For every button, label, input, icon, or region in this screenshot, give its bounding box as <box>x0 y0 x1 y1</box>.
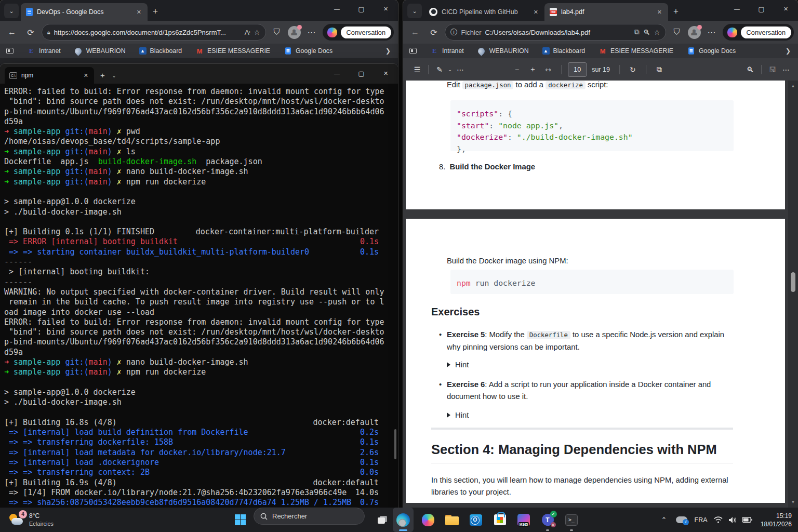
taskbar-clock[interactable]: 15:19 18/01/2026 <box>752 508 797 532</box>
tab-lab4-pdf[interactable]: lab4.pdf ✕ <box>544 3 668 21</box>
minimize-button[interactable]: — <box>325 0 349 18</box>
back-icon[interactable]: ← <box>407 24 423 40</box>
profile-avatar[interactable]: 👤︎ <box>688 26 701 39</box>
zoom-page-icon[interactable]: 🔍︎ <box>643 29 650 36</box>
settings-menu-icon[interactable]: ⋯ <box>704 24 720 40</box>
bookmarks-overflow-chevron-icon[interactable]: ❯ <box>385 47 391 55</box>
minimize-button[interactable]: — <box>725 0 749 18</box>
taskbar-m365-button[interactable]: M365 <box>513 508 534 532</box>
bookmark-google-docs[interactable]: Google Docs <box>687 47 736 55</box>
settings-menu-icon[interactable]: ⋯ <box>304 24 320 40</box>
scroll-up-icon[interactable]: ▲ <box>788 84 798 88</box>
tab-close-icon[interactable]: ✕ <box>136 9 142 16</box>
taskbar-copilot-button[interactable] <box>418 508 438 532</box>
tray-language-button[interactable]: FRA <box>692 508 710 532</box>
pdf-zoom-in-icon[interactable]: ＋ <box>526 63 539 76</box>
read-aloud-icon[interactable]: Aᵎ <box>245 29 250 36</box>
bookmark-blackboard[interactable]: ▲ Blackboard <box>542 47 586 55</box>
terminal-output[interactable]: ERROR: failed to build: Error response f… <box>0 84 398 508</box>
bookmarks-overflow-chevron-icon[interactable]: ❯ <box>786 47 791 55</box>
bookmark-blackboard[interactable]: ▲ Blackboard <box>139 47 182 55</box>
tray-expand-button[interactable]: ⌃ <box>657 508 671 532</box>
refresh-icon[interactable]: ⟳ <box>23 24 38 40</box>
tab-devops-google-docs[interactable]: DevOps - Google Docs ✕ <box>21 3 148 21</box>
new-tab-button[interactable]: + <box>673 6 679 17</box>
terminal-new-tab-button[interactable]: + <box>100 71 105 79</box>
terminal-titlebar[interactable]: C:\ npm ✕ + ⌄ — ▢ ✕ <box>0 64 398 84</box>
bookmark-esiee-messagerie[interactable]: M ESIEE MESSAGERIE <box>598 47 673 55</box>
url-text[interactable]: https://docs.google.com/document/d/1ps6z… <box>54 29 241 36</box>
bookmark-intranet[interactable]: E Intranet <box>430 47 464 55</box>
refresh-icon[interactable]: ⟳ <box>426 24 442 40</box>
pdf-save-icon[interactable]: 🖫 <box>766 63 779 76</box>
pdf-more-icon[interactable]: ⋯ <box>779 63 793 76</box>
pdf-page-input[interactable]: 10 <box>568 62 587 77</box>
pdf-hint-toggle[interactable]: Hint <box>447 409 469 421</box>
sidebar-apps-icon[interactable] <box>409 48 417 54</box>
favorite-star-icon[interactable]: ☆ <box>254 28 260 36</box>
terminal-maximize-button[interactable]: ▢ <box>349 64 374 83</box>
pdf-rotate-icon[interactable]: ↻ <box>626 63 640 76</box>
maximize-button[interactable]: ▢ <box>749 0 774 18</box>
pdf-zoom-out-icon[interactable]: − <box>510 63 524 76</box>
scroll-down-icon[interactable]: ▼ <box>788 500 798 504</box>
new-tab-button[interactable]: + <box>153 6 158 17</box>
sidebar-apps-icon[interactable] <box>6 48 14 54</box>
pdf-scrollbar[interactable]: ▲ ▼ <box>788 81 798 508</box>
pdf-hint-toggle[interactable]: Hint <box>447 359 469 371</box>
url-text[interactable]: C:/Users/oisas/Downloads/lab4.pdf <box>485 29 631 36</box>
collections-icon[interactable]: ⛉ <box>269 24 285 40</box>
tray-onedrive-button[interactable] <box>671 508 692 532</box>
bookmark-esiee-messagerie[interactable]: M ESIEE MESSAGERIE <box>195 47 270 55</box>
profile-avatar[interactable]: 👤︎ <box>288 26 301 39</box>
taskbar-search[interactable]: Rechercher <box>254 508 365 525</box>
taskbar-teams-button[interactable]: T ✓ A <box>537 508 558 532</box>
back-icon[interactable]: ← <box>4 24 20 40</box>
translate-icon[interactable]: ⧉ <box>634 28 640 36</box>
tab-search-chevron-icon[interactable]: ⌄ <box>4 4 19 18</box>
pdf-search-icon[interactable]: 🔍︎ <box>743 63 757 76</box>
terminal-tab-close-icon[interactable]: ✕ <box>83 72 89 79</box>
tab-close-icon[interactable]: ✕ <box>656 9 663 16</box>
terminal-minimize-button[interactable]: — <box>325 64 349 83</box>
bookmark-intranet[interactable]: E Intranet <box>27 47 61 55</box>
terminal-close-button[interactable]: ✕ <box>374 64 398 83</box>
copilot-conversation-button[interactable]: Conversation <box>323 24 394 41</box>
pdf-toc-icon[interactable]: ☰ <box>410 63 424 76</box>
terminal-scrollbar[interactable] <box>394 429 396 459</box>
taskbar-terminal-button[interactable]: >_ <box>561 508 582 532</box>
taskbar-file-explorer-button[interactable] <box>442 508 462 532</box>
taskbar-edge-button[interactable] <box>393 508 414 532</box>
close-button[interactable]: ✕ <box>774 0 798 18</box>
left-address-bar[interactable]: 🔒︎ https://docs.google.com/document/d/1p… <box>42 24 266 41</box>
pdf-fit-width-icon[interactable]: ⇿ <box>541 63 555 76</box>
pdf-draw-icon[interactable]: ✎ <box>433 63 446 76</box>
maximize-button[interactable]: ▢ <box>349 0 374 18</box>
pdf-page-view-icon[interactable]: ⧉ <box>653 63 666 76</box>
tray-wifi-button[interactable] <box>711 508 725 532</box>
pdf-viewport[interactable]: Edit package.json to add a dockerize scr… <box>403 81 798 508</box>
taskbar-store-button[interactable] <box>489 508 510 532</box>
info-icon[interactable]: ⓘ <box>450 28 458 37</box>
bookmark-google-docs[interactable]: Google Docs <box>284 47 332 55</box>
start-button[interactable] <box>230 508 250 532</box>
pdf-more-tools-icon[interactable]: ⋯ <box>454 63 467 76</box>
bookmark-webaurion[interactable]: WEBAURION <box>477 47 529 55</box>
tray-volume-button[interactable] <box>725 508 740 532</box>
collections-icon[interactable]: ⛉ <box>669 24 685 40</box>
terminal-tab-dropdown-icon[interactable]: ⌄ <box>112 73 116 78</box>
terminal-tab-npm[interactable]: C:\ npm ✕ <box>5 67 94 84</box>
tab-cicd-pipeline[interactable]: CICD Pipeline with GitHub ✕ <box>424 3 544 21</box>
pdf-scrollbar-thumb[interactable] <box>791 272 795 292</box>
close-button[interactable]: ✕ <box>374 0 398 18</box>
tab-search-chevron-icon[interactable]: ⌄ <box>407 4 422 18</box>
taskbar-outlook-button[interactable] <box>466 508 486 532</box>
pdf-draw-dropdown-icon[interactable]: ⌄ <box>446 63 454 76</box>
bookmark-webaurion[interactable]: WEBAURION <box>74 47 126 55</box>
task-view-button[interactable] <box>372 508 393 532</box>
weather-widget[interactable]: 4 8°C Eclaircies <box>8 508 54 532</box>
right-address-bar[interactable]: ⓘ Fichier C:/Users/oisas/Downloads/lab4.… <box>445 24 666 41</box>
copilot-conversation-button[interactable]: Conversation <box>723 24 794 41</box>
tab-close-icon[interactable]: ✕ <box>533 9 539 16</box>
favorite-star-icon[interactable]: ☆ <box>654 28 660 36</box>
